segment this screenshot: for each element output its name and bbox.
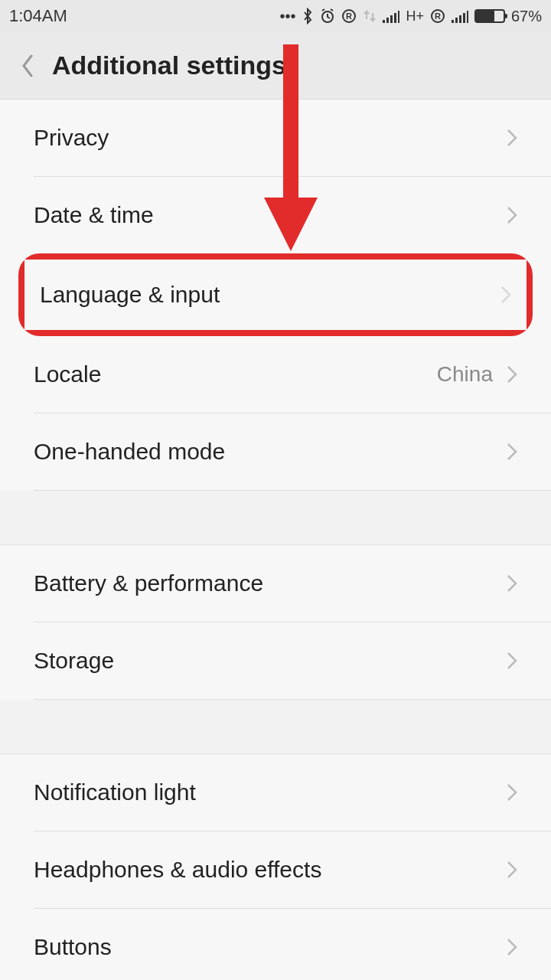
battery-percent: 67% [511, 8, 542, 25]
status-bar: 1:04AM ••• R H+ R 67% [0, 0, 551, 32]
alarm-icon [320, 8, 335, 24]
row-label: One-handed mode [34, 439, 507, 465]
svg-rect-5 [390, 15, 393, 23]
chevron-right-icon [507, 783, 517, 802]
network-type: H+ [406, 8, 424, 24]
section-gap [0, 491, 551, 544]
svg-rect-7 [398, 11, 399, 23]
row-one-handed[interactable]: One-handed mode [0, 413, 551, 490]
navbar: Additional settings [0, 32, 551, 100]
chevron-right-icon [507, 574, 517, 593]
svg-rect-12 [459, 15, 461, 23]
row-storage[interactable]: Storage [0, 622, 551, 699]
section-gap [0, 700, 551, 753]
row-headphones[interactable]: Headphones & audio effects [0, 831, 551, 908]
row-label: Headphones & audio effects [34, 857, 507, 883]
chevron-right-icon [507, 652, 517, 670]
annotation-highlight: Language & input [18, 253, 533, 336]
row-notification-light[interactable]: Notification light [0, 754, 551, 831]
svg-rect-11 [455, 18, 458, 23]
row-language-input[interactable]: Language & input [24, 260, 527, 330]
chevron-right-icon [507, 129, 517, 147]
data-transfer-icon [363, 8, 377, 24]
svg-rect-4 [386, 18, 389, 23]
row-buttons[interactable]: Buttons [0, 909, 551, 980]
status-time: 1:04AM [9, 6, 67, 26]
row-label: Battery & performance [34, 570, 507, 596]
svg-rect-6 [394, 13, 396, 23]
registered-icon: R [341, 8, 357, 24]
row-battery-performance[interactable]: Battery & performance [0, 545, 551, 622]
battery-icon [474, 9, 505, 23]
svg-text:R: R [346, 11, 352, 21]
row-label: Locale [34, 361, 437, 387]
svg-rect-14 [467, 11, 468, 23]
bluetooth-icon [302, 8, 314, 24]
more-icon: ••• [279, 8, 295, 25]
back-button[interactable] [8, 46, 47, 86]
page-title: Additional settings [52, 51, 286, 80]
chevron-right-icon [507, 861, 517, 879]
row-label: Language & input [40, 282, 500, 308]
chevron-right-icon [507, 443, 517, 461]
chevron-right-icon [500, 286, 511, 304]
signal-icon-2 [452, 9, 468, 23]
registered-icon-2: R [430, 8, 445, 24]
row-label: Buttons [34, 934, 507, 960]
row-label: Storage [34, 648, 507, 674]
chevron-right-icon [507, 938, 517, 956]
svg-rect-3 [383, 20, 385, 23]
chevron-right-icon [507, 206, 517, 224]
row-date-time[interactable]: Date & time [0, 177, 551, 253]
chevron-right-icon [507, 365, 517, 384]
svg-rect-10 [452, 20, 454, 23]
row-label: Date & time [34, 202, 507, 228]
row-label: Notification light [34, 779, 507, 805]
row-label: Privacy [34, 125, 507, 151]
row-locale[interactable]: Locale China [0, 336, 551, 413]
svg-rect-13 [463, 13, 465, 23]
settings-list: Privacy Date & time Language & input Loc… [0, 100, 551, 980]
signal-icon-1 [383, 9, 399, 23]
status-icons: ••• R H+ R 67% [279, 8, 542, 25]
row-value: China [437, 362, 493, 387]
svg-text:R: R [435, 11, 441, 21]
row-privacy[interactable]: Privacy [0, 100, 551, 176]
